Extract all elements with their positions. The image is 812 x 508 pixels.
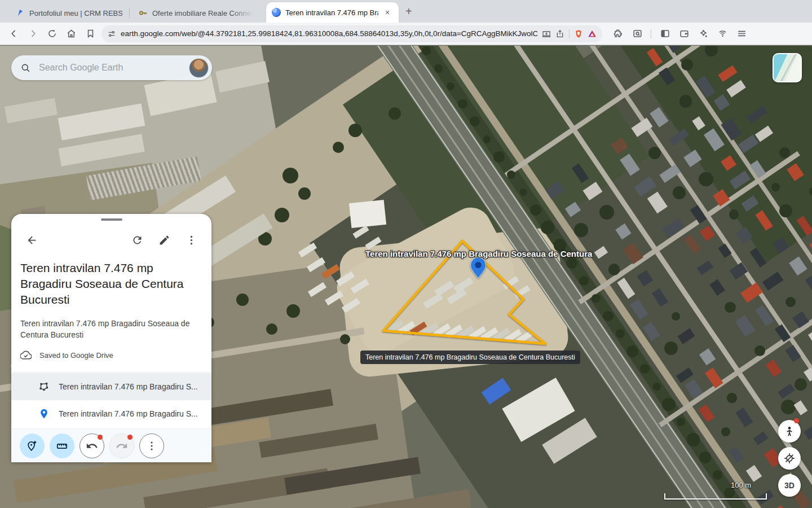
sidebar-icon[interactable]	[657, 26, 673, 42]
key-favicon-icon	[139, 8, 148, 17]
reload-icon[interactable]	[44, 26, 60, 42]
terrain-tree	[389, 107, 401, 120]
terrain-tree	[447, 82, 454, 90]
terrain-tree	[530, 204, 541, 216]
extensions-icon[interactable]	[610, 26, 626, 42]
wallet-icon[interactable]	[676, 26, 692, 42]
redo-button[interactable]	[109, 433, 134, 458]
share-icon[interactable]	[555, 29, 564, 38]
add-placemark-button[interactable]	[20, 433, 45, 458]
vpn-icon[interactable]	[714, 26, 730, 42]
earth-favicon-icon	[272, 8, 281, 17]
terrain-tree	[729, 209, 739, 219]
undo-icon	[86, 440, 98, 452]
layer-item-polygon[interactable]: Teren intravilan 7.476 mp Bragadiru S...	[11, 373, 211, 400]
brave-shield-icon[interactable]	[574, 29, 583, 38]
layer-item-label: Teren intravilan 7.476 mp Bragadiru S...	[59, 409, 198, 418]
terrain-tree	[340, 334, 350, 344]
place-description: Teren intravilan 7.476 mp Bragadiru Sose…	[20, 318, 202, 341]
terrain-tree	[298, 187, 311, 200]
placemark-icon	[38, 408, 50, 419]
terrain-tree	[566, 257, 577, 269]
tab-title: Oferte imobiliare Reale Connection	[152, 9, 253, 17]
ruler-icon	[56, 440, 68, 452]
new-tab-button[interactable]: +	[405, 5, 412, 18]
add-placemark-icon	[26, 440, 38, 452]
terrain-tree	[275, 208, 289, 222]
earth-search-bar[interactable]	[11, 55, 212, 80]
terrain-tree	[705, 46, 717, 56]
view-3d-button[interactable]: 3D	[778, 474, 801, 497]
leo-ai-icon[interactable]	[695, 26, 711, 42]
my-location-button[interactable]	[778, 447, 801, 470]
browser-tabstrip: Portofoliul meu | CRM REBS Oferte imobil…	[0, 0, 812, 23]
terrain-tree	[672, 312, 680, 321]
tab-google-earth[interactable]: Teren intravilan 7.476 mp Brag ×	[266, 2, 399, 23]
rebs-favicon-icon	[16, 8, 25, 17]
terrain-tree	[348, 124, 362, 137]
scale-bar	[664, 493, 767, 500]
layer-item-placemark[interactable]: Teren intravilan 7.476 mp Bragadiru S...	[11, 400, 211, 427]
parcel-tooltip: Teren intravilan 7.476 mp Bragadiru Sose…	[360, 351, 580, 364]
more-icon[interactable]	[180, 229, 202, 251]
location-off-icon	[783, 452, 796, 465]
map-style-thumbnail[interactable]	[773, 53, 802, 82]
measure-button[interactable]	[50, 433, 74, 458]
terrain-tree	[653, 383, 661, 391]
back-icon[interactable]	[20, 229, 43, 251]
terrain-tree	[266, 323, 277, 335]
install-icon[interactable]	[542, 29, 551, 38]
bookmark-icon[interactable]	[82, 26, 98, 42]
close-tab-icon[interactable]: ×	[385, 8, 390, 16]
terrain-tree	[541, 221, 554, 234]
pegman-icon	[783, 425, 796, 437]
terrain-tree	[608, 264, 620, 275]
terrain-tree	[283, 168, 298, 183]
terrain-tree	[574, 223, 588, 237]
layer-item-label: Teren intravilan 7.476 mp Bragadiru S...	[59, 382, 198, 391]
pegman-notification-dot	[794, 418, 799, 423]
redo-icon	[116, 440, 128, 452]
terrain-tree	[713, 470, 722, 480]
terrain-tree	[795, 378, 807, 391]
search-icon	[20, 63, 31, 73]
menu-icon[interactable]	[734, 26, 749, 42]
terrain-tree	[493, 151, 504, 162]
view-3d-label: 3D	[784, 481, 795, 490]
terrain-tree	[677, 418, 685, 426]
terrain-tree	[781, 400, 796, 414]
panel-drag-handle[interactable]	[101, 218, 122, 221]
undo-button[interactable]	[80, 433, 104, 458]
refresh-icon[interactable]	[126, 229, 148, 251]
terrain-tree	[664, 341, 678, 355]
terrain-tree	[333, 142, 344, 153]
back-icon[interactable]	[6, 26, 21, 42]
pegman-button[interactable]	[778, 420, 801, 443]
home-icon[interactable]	[63, 26, 79, 42]
terrain-tree	[592, 294, 601, 303]
screen: Portofoliul meu | CRM REBS Oferte imobil…	[0, 0, 812, 508]
terrain-tree	[640, 364, 650, 374]
edit-icon[interactable]	[153, 229, 175, 251]
saved-label: Saved to Google Drive	[39, 351, 113, 360]
more-icon	[145, 440, 158, 452]
toolbar-divider	[569, 29, 570, 38]
thumbnail-road	[777, 53, 797, 82]
bat-icon[interactable]	[588, 29, 597, 38]
site-settings-icon[interactable]	[107, 29, 116, 38]
search-input[interactable]	[38, 62, 189, 73]
search-tab-icon[interactable]	[629, 26, 645, 42]
panel-header	[11, 227, 211, 252]
url-text[interactable]: earth.google.com/web/@44.3792181,25.9981…	[121, 29, 537, 38]
url-bar[interactable]: earth.google.com/web/@44.3792181,25.9981…	[102, 25, 602, 42]
tab-crm-rebs[interactable]: Portofoliul meu | CRM REBS	[10, 3, 128, 23]
toolbar-divider	[651, 29, 651, 38]
panel-more-button[interactable]	[139, 433, 164, 458]
terrain-tree	[725, 302, 736, 313]
forward-icon[interactable]	[25, 26, 41, 42]
tab-oferte-imobiliare[interactable]: Oferte imobiliare Reale Connection	[133, 3, 258, 23]
parcel-map-label[interactable]: Teren intravilan 7.476 mp Bragadiru Sose…	[365, 249, 592, 259]
scale-label: 100 m	[731, 481, 751, 489]
avatar[interactable]	[189, 58, 209, 78]
undo-notification-dot	[98, 435, 103, 440]
